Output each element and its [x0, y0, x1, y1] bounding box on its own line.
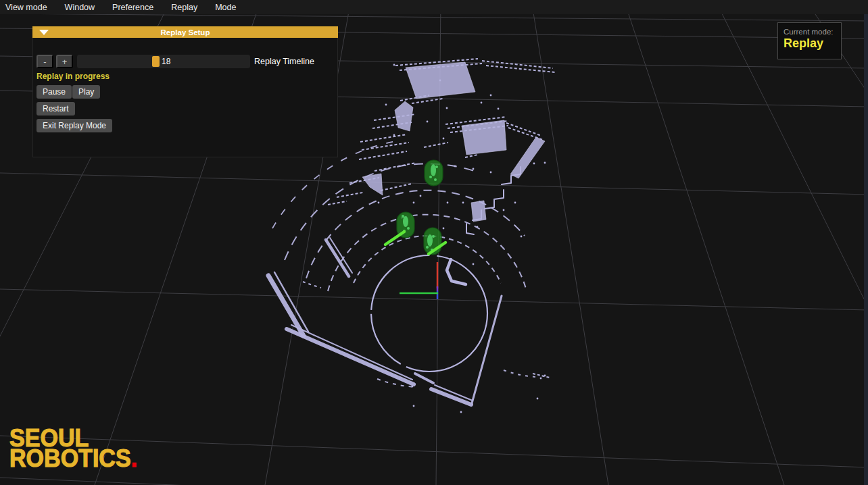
current-mode-label: Current mode:	[783, 28, 841, 36]
menu-bar: View mode Window Preference Replay Mode	[0, 0, 868, 14]
menu-preference[interactable]: Preference	[112, 3, 153, 12]
timeline-value: 18	[162, 57, 170, 66]
current-mode-box: Current mode: Replay	[777, 22, 842, 59]
menu-mode[interactable]: Mode	[215, 3, 236, 12]
replay-setup-panel: Replay Setup - + 18 Replay Timeline Repl…	[32, 26, 338, 157]
timeline-label: Replay Timeline	[254, 57, 314, 66]
play-button[interactable]: Play	[72, 85, 100, 99]
pause-button[interactable]: Pause	[37, 85, 72, 99]
seoul-robotics-logo: SEOUL ROBOTICS.	[9, 428, 137, 469]
replay-setup-header[interactable]: Replay Setup	[32, 26, 338, 38]
replay-setup-body: - + 18 Replay Timeline Replay in progres…	[32, 38, 338, 157]
slider-handle[interactable]	[152, 56, 160, 67]
replay-status-text: Replay in progress	[37, 72, 110, 81]
menu-view-mode[interactable]: View mode	[5, 3, 47, 12]
menu-window[interactable]: Window	[65, 3, 95, 12]
timeline-increment-button[interactable]: +	[56, 55, 73, 68]
collapse-triangle-icon[interactable]	[39, 30, 49, 35]
restart-button[interactable]: Restart	[37, 102, 75, 116]
current-mode-value: Replay	[783, 36, 841, 51]
viewport-right-edge	[864, 0, 868, 485]
panel-title: Replay Setup	[161, 28, 210, 36]
timeline-decrement-button[interactable]: -	[37, 55, 53, 68]
replay-timeline-slider[interactable]: 18	[77, 55, 250, 68]
logo-accent-dot: .	[131, 444, 137, 472]
exit-replay-mode-button[interactable]: Exit Replay Mode	[37, 119, 112, 132]
app-window: View mode Window Preference Replay Mode …	[0, 0, 868, 485]
logo-line2: ROBOTICS.	[9, 449, 137, 469]
menu-replay[interactable]: Replay	[171, 3, 197, 12]
